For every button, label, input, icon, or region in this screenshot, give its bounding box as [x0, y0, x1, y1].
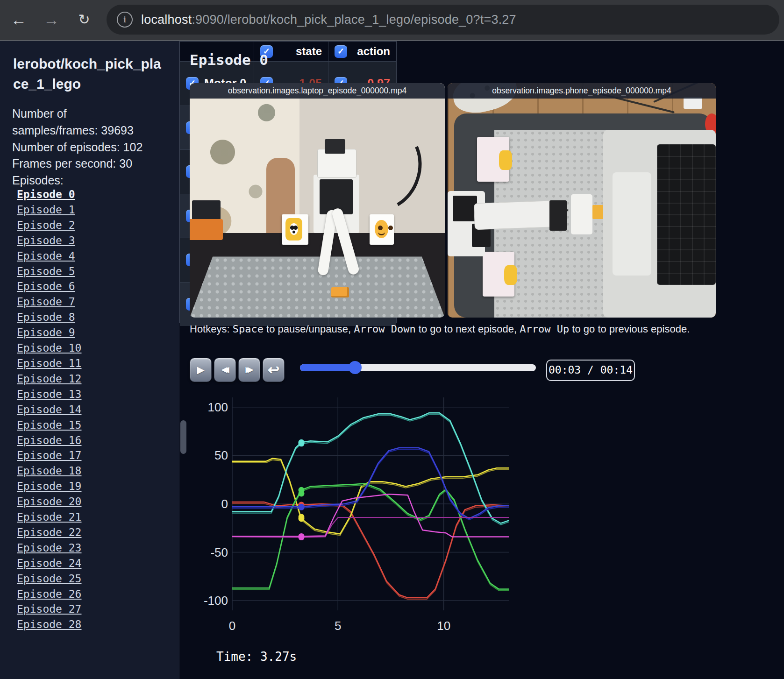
episode-link[interactable]: Episode 14: [17, 402, 171, 417]
x-tick-label: 10: [437, 619, 450, 633]
hotkeys-text: to go to previous episode.: [569, 323, 690, 335]
episode-link[interactable]: Episode 9: [17, 325, 171, 340]
y-tick-label: -100: [198, 594, 228, 608]
card-badge: [504, 265, 517, 285]
video-player-phone[interactable]: observation.images.phone_episode_000000.…: [448, 83, 716, 318]
episode-link[interactable]: Episode 3: [17, 233, 171, 248]
episode-list: Episode 0Episode 1Episode 2Episode 3Epis…: [17, 187, 171, 632]
robot-elbow: [549, 200, 567, 231]
laptop-trackpad: [613, 172, 651, 276]
url-path: :9090/lerobot/koch_pick_place_1_lego/epi…: [192, 13, 516, 27]
episode-link[interactable]: Episode 12: [17, 371, 171, 387]
smiley-card: [477, 137, 509, 181]
panda-face-icon: [290, 223, 298, 235]
hotkeys-text: to pause/unpause,: [264, 323, 354, 335]
time-display: 00:03 / 00:14: [546, 360, 635, 381]
card-badge: [499, 150, 512, 170]
hotkeys-prefix: Hotkeys:: [190, 323, 233, 335]
url-host: localhost: [141, 13, 192, 27]
episode-link[interactable]: Episode 23: [17, 540, 171, 556]
sidebar: lerobot/koch_pick_place_1_lego Number of…: [0, 41, 179, 679]
hotkeys-text: to go to next episode,: [416, 323, 520, 335]
stat-episodes: Number of episodes: 102: [12, 139, 153, 156]
electronics-box: [192, 200, 220, 221]
episode-link[interactable]: Episode 22: [17, 525, 171, 540]
url-bar[interactable]: i localhost:9090/lerobot/koch_pick_place…: [107, 5, 779, 35]
robot-motor: [453, 196, 477, 221]
episode-link[interactable]: Episode 26: [17, 587, 171, 602]
x-tick-label: 5: [335, 619, 341, 633]
panda-badge: [285, 218, 303, 240]
header-action-cell: ✓ action: [328, 42, 396, 61]
episode-link[interactable]: Episode 28: [17, 617, 171, 632]
episode-link[interactable]: Episode 10: [17, 340, 171, 356]
dataset-stats: Number of samples/frames: 39693 Number o…: [12, 106, 153, 189]
seek-slider[interactable]: [300, 364, 536, 371]
lego-brick: [331, 287, 349, 298]
episode-link[interactable]: Episode 24: [17, 556, 171, 571]
video-player-laptop[interactable]: observation.images.laptop_episode_000000…: [190, 83, 445, 318]
episode-link[interactable]: Episode 13: [17, 387, 171, 402]
back-button[interactable]: ←: [7, 8, 30, 31]
loop-button[interactable]: ↩: [263, 358, 285, 382]
chart-time-readout: Time: 3.27s: [216, 650, 297, 664]
rewind-button[interactable]: ◀◀: [214, 358, 236, 382]
laptop-keyboard: [657, 144, 716, 285]
fast-forward-button[interactable]: ▶▶: [238, 358, 260, 382]
episode-link[interactable]: Episode 2: [17, 218, 171, 233]
episode-link[interactable]: Episode 21: [17, 509, 171, 525]
y-tick-label: -50: [198, 545, 228, 559]
stat-samples: Number of samples/frames: 39693: [12, 106, 153, 139]
episode-link[interactable]: Episode 5: [17, 264, 171, 279]
dataset-title: lerobot/koch_pick_place_1_lego: [13, 54, 164, 94]
episode-link[interactable]: Episode 11: [17, 356, 171, 371]
robot-arm: [474, 200, 562, 230]
episode-link[interactable]: Episode 19: [17, 479, 171, 494]
hotkey-space: Space: [233, 323, 264, 335]
episode-link[interactable]: Episode 18: [17, 463, 171, 479]
hotkey-arrow-down: Arrow Down: [354, 323, 415, 335]
episode-link[interactable]: Episode 27: [17, 601, 171, 617]
usb-plug: [684, 97, 702, 109]
smiley-card: [370, 214, 394, 245]
video-label: observation.images.phone_episode_000000.…: [448, 83, 716, 99]
orange-mount: [190, 219, 223, 240]
y-tick-label: 100: [198, 400, 228, 414]
hugging-face-icon: [375, 220, 388, 238]
main-content: Episode 0 observation.images.laptop_epis…: [179, 41, 784, 679]
action-column-label: action: [357, 45, 390, 58]
episode-link[interactable]: Episode 1: [17, 202, 171, 218]
robot-gripper: [571, 194, 592, 234]
action-column-checkbox[interactable]: ✓: [335, 45, 347, 58]
hotkey-arrow-up: Arrow Up: [520, 323, 569, 335]
url-text: localhost:9090/lerobot/koch_pick_place_1…: [141, 13, 516, 27]
episode-link[interactable]: Episode 8: [17, 310, 171, 325]
episode-link[interactable]: Episode 15: [17, 417, 171, 433]
episode-link[interactable]: Episode 0: [17, 187, 171, 202]
robot-camera: [325, 139, 345, 153]
episode-link[interactable]: Episode 16: [17, 433, 171, 448]
panda-card: [483, 252, 515, 296]
y-tick-label: 50: [198, 448, 228, 463]
x-tick-label: 0: [229, 619, 235, 633]
episode-link[interactable]: Episode 25: [17, 571, 171, 587]
play-button[interactable]: ▶: [190, 358, 212, 382]
y-tick-label: 0: [198, 497, 228, 511]
hotkeys-help: Hotkeys: Space to pause/unpause, Arrow D…: [190, 323, 690, 335]
episode-link[interactable]: Episode 7: [17, 294, 171, 310]
motor-chart: [232, 397, 509, 610]
episode-link[interactable]: Episode 17: [17, 448, 171, 463]
reload-button[interactable]: ↻: [73, 8, 95, 31]
stat-fps: Frames per second: 30: [12, 156, 153, 172]
video-label: observation.images.laptop_episode_000000…: [190, 83, 445, 99]
seek-slider-thumb[interactable]: [349, 361, 362, 374]
page-title: Episode 0: [190, 51, 268, 68]
lerobot-dataset-visualizer: ← → ↻ i localhost:9090/lerobot/koch_pick…: [0, 0, 784, 679]
episode-link[interactable]: Episode 20: [17, 494, 171, 509]
episode-link[interactable]: Episode 6: [17, 279, 171, 294]
lego-baseplate: [190, 256, 445, 318]
page-info-icon[interactable]: i: [117, 12, 133, 28]
episode-link[interactable]: Episode 4: [17, 248, 171, 264]
state-column-label: state: [296, 45, 322, 58]
forward-button[interactable]: →: [40, 8, 63, 31]
